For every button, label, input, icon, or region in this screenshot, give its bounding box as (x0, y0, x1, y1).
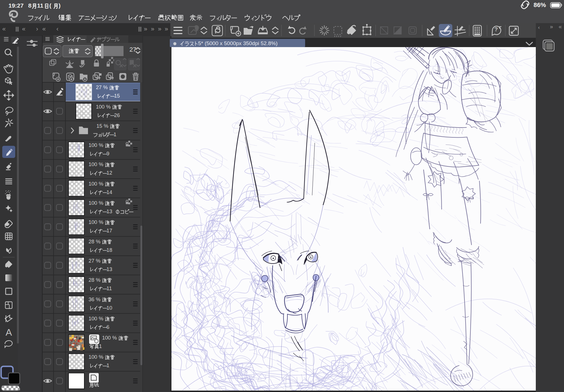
svg-text:15: 15 (114, 93, 120, 99)
svg-text:27 %: 27 % (89, 258, 100, 264)
svg-text:«: « (22, 25, 25, 32)
svg-text:100 %: 100 % (102, 335, 117, 341)
svg-text:1: 1 (107, 362, 109, 368)
svg-text:17: 17 (107, 228, 113, 234)
svg-text:36 %: 36 % (89, 296, 100, 302)
svg-text:19:27: 19:27 (8, 2, 24, 9)
svg-text:18: 18 (107, 247, 113, 253)
svg-text:»: » (550, 23, 553, 30)
svg-text:100 %: 100 % (89, 316, 103, 321)
svg-text:‹: ‹ (538, 24, 540, 30)
svg-text:9: 9 (107, 151, 109, 157)
svg-text:5* (5000 x 5000px 350dpi 52.8%: 5* (5000 x 5000px 350dpi 52.8%) (198, 40, 277, 46)
svg-text:28 %: 28 % (89, 277, 100, 283)
svg-text:27 %: 27 % (96, 84, 108, 90)
svg-text:«: « (42, 25, 46, 32)
svg-text:?: ? (494, 26, 498, 32)
svg-text:«: « (2, 25, 6, 32)
svg-text:A: A (6, 327, 12, 338)
svg-text:15 %: 15 % (96, 123, 108, 129)
svg-text:6: 6 (107, 324, 109, 330)
svg-text:100 %: 100 % (96, 104, 111, 110)
svg-text:28 %: 28 % (89, 239, 100, 245)
svg-text:(: ( (49, 2, 51, 9)
svg-text:«: « (559, 23, 562, 30)
svg-text:14: 14 (107, 189, 113, 195)
svg-text:11: 11 (107, 285, 112, 291)
svg-text:100 %: 100 % (89, 200, 103, 206)
svg-text:1: 1 (114, 131, 116, 137)
svg-text:13: 13 (107, 208, 113, 214)
svg-text:»: » (165, 25, 168, 32)
svg-text:»: » (151, 25, 154, 32)
svg-text:100 %: 100 % (89, 161, 103, 167)
svg-text:12: 12 (107, 170, 113, 176)
svg-text:8: 8 (28, 2, 32, 9)
svg-text:‹: ‹ (56, 25, 58, 32)
svg-text:100 %: 100 % (89, 354, 103, 360)
svg-text:100 %: 100 % (89, 181, 103, 187)
svg-text:»: » (144, 25, 147, 32)
svg-text:): ) (59, 2, 61, 9)
svg-text:27: 27 (129, 46, 136, 53)
svg-text:›: › (36, 25, 38, 32)
svg-text:100 %: 100 % (89, 219, 103, 225)
svg-text:1: 1 (99, 343, 102, 349)
svg-text:100 %: 100 % (89, 142, 103, 148)
svg-text:86%: 86% (534, 1, 546, 8)
svg-text:26: 26 (114, 112, 120, 118)
svg-text:10: 10 (107, 305, 113, 311)
svg-text:13: 13 (107, 266, 113, 272)
svg-text:11: 11 (37, 2, 44, 9)
svg-text:»: » (158, 25, 161, 32)
